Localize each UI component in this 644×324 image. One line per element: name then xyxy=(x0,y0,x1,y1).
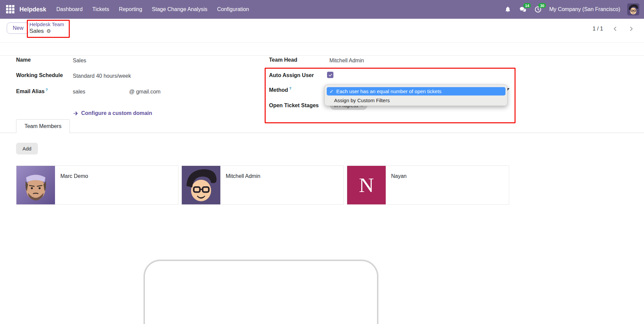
team-head-label: Team Head xyxy=(269,57,297,63)
top-navbar: Helpdesk Dashboard Tickets Reporting Sta… xyxy=(0,0,644,19)
method-label: Method? xyxy=(269,86,291,93)
breadcrumb-parent-link[interactable]: Helpdesk Team xyxy=(30,21,64,27)
bottom-popup-edge xyxy=(144,260,378,324)
name-label: Name xyxy=(16,57,31,63)
check-icon xyxy=(328,73,332,77)
tab-team-members[interactable]: Team Members xyxy=(16,119,70,133)
messages-badge: 14 xyxy=(523,3,531,8)
menu-reporting[interactable]: Reporting xyxy=(118,4,143,14)
working-schedule-label: Working Schedule xyxy=(16,72,63,78)
selected-check-glyph: ✓ xyxy=(329,88,334,94)
email-alias-domain[interactable]: @ gmail.com xyxy=(129,89,161,95)
member-avatar xyxy=(182,166,220,204)
user-avatar[interactable] xyxy=(627,3,639,15)
working-schedule-field[interactable]: Standard 40 hours/week xyxy=(73,73,131,79)
app-title[interactable]: Helpdesk xyxy=(19,6,46,13)
member-avatar: N xyxy=(347,166,386,204)
team-head-field[interactable]: Mitchell Admin xyxy=(329,58,364,64)
member-initial: N xyxy=(347,166,386,204)
name-field[interactable]: Sales xyxy=(73,58,86,64)
navbar-right: 14 30 My Company (San Francisco) xyxy=(504,0,639,19)
arrow-right-icon xyxy=(73,111,78,116)
breadcrumb-current: Sales ⚙ xyxy=(30,28,64,35)
apps-grid-icon[interactable] xyxy=(6,5,15,14)
record-title: Sales xyxy=(30,28,44,35)
menu-stage-change-analysis[interactable]: Stage Change Analysis xyxy=(151,4,208,14)
email-alias-label: Email Alias? xyxy=(16,88,48,94)
chevron-right-icon[interactable] xyxy=(627,25,635,33)
sheet-top-border xyxy=(0,55,644,56)
method-option-custom-filters[interactable]: Assign by Custom Filters xyxy=(334,98,390,103)
activities-badge: 30 xyxy=(538,3,546,8)
member-card-marc-demo[interactable]: Marc Demo xyxy=(16,166,178,205)
method-option-equal-tickets[interactable]: ✓ Each user has an equal number of open … xyxy=(327,87,505,95)
member-card-nayan[interactable]: N Nayan xyxy=(347,166,509,205)
company-switcher[interactable]: My Company (San Francisco) xyxy=(549,6,620,12)
breadcrumb: Helpdesk Team Sales ⚙ xyxy=(30,21,64,35)
tabs-divider xyxy=(0,133,644,133)
auto-assign-checkbox[interactable] xyxy=(327,72,333,78)
member-card-mitchell-admin[interactable]: Mitchell Admin xyxy=(181,166,344,205)
member-name: Nayan xyxy=(391,173,407,204)
pager: 1 / 1 xyxy=(593,25,635,33)
open-ticket-stages-label: Open Ticket Stages xyxy=(269,103,319,109)
menu-dashboard[interactable]: Dashboard xyxy=(56,4,83,14)
activity-clock-icon[interactable]: 30 xyxy=(534,5,542,13)
configure-custom-domain-link[interactable]: Configure a custom domain xyxy=(73,110,152,116)
control-panel: New Helpdesk Team Sales ⚙ 1 / 1 xyxy=(0,19,644,43)
main-menu: Dashboard Tickets Reporting Stage Change… xyxy=(56,4,250,14)
member-name: Mitchell Admin xyxy=(226,173,260,204)
add-member-button[interactable]: Add xyxy=(16,143,38,154)
auto-assign-label: Auto Assign User xyxy=(269,72,314,78)
member-name: Marc Demo xyxy=(60,173,88,204)
email-alias-local-field[interactable]: sales xyxy=(73,89,85,95)
method-help-icon[interactable]: ? xyxy=(289,86,291,90)
member-avatar xyxy=(16,166,55,204)
page: Helpdesk Dashboard Tickets Reporting Sta… xyxy=(0,0,644,324)
gear-icon[interactable]: ⚙ xyxy=(47,28,51,34)
messages-icon[interactable]: 14 xyxy=(519,5,527,13)
menu-tickets[interactable]: Tickets xyxy=(92,4,110,14)
pager-value: 1 / 1 xyxy=(593,26,603,32)
method-dropdown: ✓ Each user has an equal number of open … xyxy=(324,84,507,106)
email-alias-help-icon[interactable]: ? xyxy=(46,88,48,92)
chevron-left-icon[interactable] xyxy=(611,25,619,33)
menu-configuration[interactable]: Configuration xyxy=(216,4,250,14)
new-button[interactable]: New xyxy=(7,22,30,34)
bell-icon[interactable] xyxy=(504,5,512,13)
